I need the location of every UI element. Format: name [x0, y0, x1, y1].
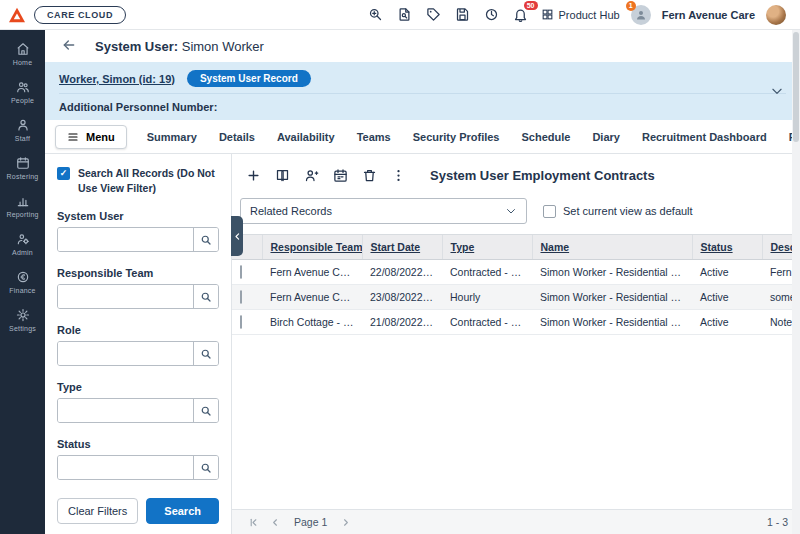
menu-button[interactable]: Menu: [55, 125, 127, 149]
tab-summary[interactable]: Summary: [137, 124, 207, 150]
more-actions-button[interactable]: [385, 162, 412, 188]
page-title-value: Simon Worker: [182, 39, 264, 54]
contracts-table-wrap: Responsible Team Start Date Type Name St…: [232, 234, 800, 335]
sidebar-item-admin[interactable]: Admin: [0, 225, 45, 263]
cell-start-date[interactable]: 21/08/2022 00:00:...: [362, 310, 442, 335]
filter-actions: Clear Filters Search: [57, 486, 219, 524]
sidebar-item-people[interactable]: People: [0, 73, 45, 111]
zoom-in-icon[interactable]: [367, 6, 385, 24]
tab-diary[interactable]: Diary: [582, 124, 630, 150]
search-all-records-checkbox[interactable]: Search All Records (Do Not Use View Filt…: [57, 166, 219, 195]
type-lookup-button[interactable]: [193, 399, 218, 422]
col-responsible-team[interactable]: Responsible Team: [262, 235, 362, 260]
table-row[interactable]: Birch Cottage - Care 21/08/2022 00:00:..…: [232, 310, 800, 335]
account-switcher[interactable]: Fern Avenue Care: [662, 9, 755, 21]
logo-icon[interactable]: [8, 7, 26, 23]
tab-details[interactable]: Details: [209, 124, 265, 150]
row-checkbox[interactable]: [240, 265, 242, 279]
view-select[interactable]: Related Records: [240, 198, 527, 224]
delete-button[interactable]: [356, 162, 383, 188]
clear-filters-button[interactable]: Clear Filters: [57, 498, 138, 524]
user-photo-avatar[interactable]: [766, 5, 786, 25]
role-input[interactable]: [58, 342, 193, 365]
topbar: CARE CLOUD 50 Product Hub 1 Fer: [0, 0, 800, 30]
notifications-icon[interactable]: 50: [512, 6, 530, 24]
system-user-lookup-button[interactable]: [193, 228, 218, 251]
role-lookup-button[interactable]: [193, 342, 218, 365]
cell-status[interactable]: Active: [692, 260, 762, 285]
history-icon[interactable]: [483, 6, 501, 24]
sidebar-item-staff[interactable]: Staff: [0, 111, 45, 149]
cell-responsible-team[interactable]: Fern Avenue Care: [262, 285, 362, 310]
schedule-button[interactable]: [327, 162, 354, 188]
brand-pill[interactable]: CARE CLOUD: [34, 6, 126, 24]
col-type[interactable]: Type: [442, 235, 532, 260]
search-button[interactable]: Search: [146, 498, 219, 524]
tab-recruitment-dashboard[interactable]: Recruitment Dashboard: [632, 124, 777, 150]
row-checkbox[interactable]: [240, 315, 242, 329]
col-name[interactable]: Name: [532, 235, 692, 260]
banner-collapse-button[interactable]: [770, 84, 784, 98]
sidebar-item-home[interactable]: Home: [0, 35, 45, 73]
filter-field-role: Role: [57, 324, 219, 366]
cell-start-date[interactable]: 22/08/2022 10:19:...: [362, 260, 442, 285]
record-range-label: 1 - 3: [767, 516, 788, 528]
prev-page-button[interactable]: [266, 513, 285, 532]
tab-availability[interactable]: Availability: [267, 124, 345, 150]
checkbox-unchecked-icon[interactable]: [543, 205, 556, 218]
record-link[interactable]: Worker, Simon (id: 19): [59, 73, 175, 85]
cell-responsible-team[interactable]: Birch Cottage - Care: [262, 310, 362, 335]
product-hub-icon: [541, 8, 554, 21]
cell-name[interactable]: Simon Worker - Residential Carer: [532, 260, 692, 285]
row-checkbox[interactable]: [240, 290, 242, 304]
cell-status[interactable]: Active: [692, 285, 762, 310]
tab-teams[interactable]: Teams: [347, 124, 401, 150]
col-start-date[interactable]: Start Date: [362, 235, 442, 260]
cell-name[interactable]: Simon Worker - Residential Carer: [532, 310, 692, 335]
next-page-button[interactable]: [336, 513, 355, 532]
sidebar-item-rostering[interactable]: Rostering: [0, 149, 45, 187]
sidebar-item-settings[interactable]: Settings: [0, 301, 45, 339]
sidebar-item-reporting[interactable]: Reporting: [0, 187, 45, 225]
record-banner: Worker, Simon (id: 19) System User Recor…: [45, 62, 800, 120]
type-input[interactable]: [58, 399, 193, 422]
cell-type[interactable]: Hourly: [442, 285, 532, 310]
status-lookup-button[interactable]: [193, 456, 218, 479]
responsible-team-lookup-button[interactable]: [193, 285, 218, 308]
tag-icon[interactable]: [425, 6, 443, 24]
cell-status[interactable]: Active: [692, 310, 762, 335]
record-search-icon[interactable]: [396, 6, 414, 24]
topbar-actions: 50 Product Hub 1 Fern Avenue Care: [367, 5, 792, 25]
back-arrow-icon: [61, 37, 77, 53]
save-icon[interactable]: [454, 6, 472, 24]
panel-collapse-handle[interactable]: [231, 216, 243, 256]
book-icon: [275, 168, 290, 183]
col-status[interactable]: Status: [692, 235, 762, 260]
open-records-button[interactable]: [269, 162, 296, 188]
nav-rail: Home People Staff Rostering Reporting Ad…: [0, 30, 45, 534]
avatar[interactable]: 1: [631, 5, 651, 25]
sidebar-item-finance[interactable]: Finance: [0, 263, 45, 301]
checkbox-checked-icon[interactable]: [57, 167, 70, 180]
table-row[interactable]: Fern Avenue Care 22/08/2022 10:19:... Co…: [232, 260, 800, 285]
cell-type[interactable]: Contracted - Fixed: [442, 260, 532, 285]
back-button[interactable]: [61, 37, 79, 55]
tab-security-profiles[interactable]: Security Profiles: [403, 124, 510, 150]
cell-start-date[interactable]: 23/08/2022 11:29:...: [362, 285, 442, 310]
add-record-button[interactable]: [240, 162, 267, 188]
cell-responsible-team[interactable]: Fern Avenue Care: [262, 260, 362, 285]
status-input[interactable]: [58, 456, 193, 479]
scrollbar-thumb[interactable]: [793, 32, 799, 142]
table-row[interactable]: Fern Avenue Care 23/08/2022 11:29:... Ho…: [232, 285, 800, 310]
cell-type[interactable]: Contracted - Fixed: [442, 310, 532, 335]
tab-schedule[interactable]: Schedule: [512, 124, 581, 150]
first-page-button[interactable]: [244, 513, 263, 532]
assign-user-button[interactable]: [298, 162, 325, 188]
vertical-scrollbar[interactable]: [792, 30, 800, 534]
system-user-input[interactable]: [58, 228, 193, 251]
view-select-value: Related Records: [250, 205, 332, 217]
cell-name[interactable]: Simon Worker - Residential Carer: [532, 285, 692, 310]
set-default-view-checkbox[interactable]: Set current view as default: [543, 204, 693, 218]
responsible-team-input[interactable]: [58, 285, 193, 308]
product-hub-button[interactable]: Product Hub: [541, 8, 620, 21]
